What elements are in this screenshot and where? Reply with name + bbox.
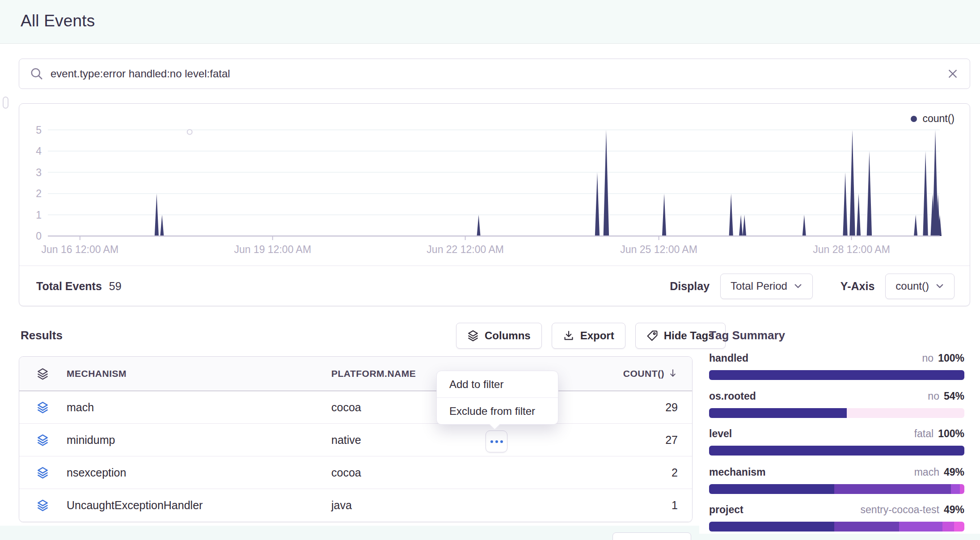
- tag-name: handled: [709, 352, 748, 364]
- tag-percent: 100%: [938, 352, 964, 364]
- tag-icon: [646, 330, 658, 342]
- yaxis-select-value: count(): [896, 280, 929, 292]
- menu-item-exclude-from-filter[interactable]: Exclude from filter: [437, 398, 558, 424]
- chart-legend[interactable]: count(): [911, 113, 955, 125]
- tag-name: os.rooted: [709, 390, 756, 402]
- tag-top-value: no: [922, 352, 934, 364]
- cell-count[interactable]: 1: [567, 499, 692, 512]
- table-row[interactable]: mach cocoa 29: [19, 391, 692, 424]
- tag-name: project: [709, 504, 743, 516]
- row-stack-icon: [19, 499, 66, 511]
- search-icon: [30, 67, 43, 80]
- tag-bar-level[interactable]: [709, 446, 964, 456]
- tag-top-value: mach: [914, 466, 939, 478]
- tag-top-value: sentry-cocoa-test: [861, 504, 939, 515]
- row-stack-icon: [19, 467, 66, 479]
- tag-percent: 49%: [944, 466, 964, 478]
- page-header: All Events: [0, 0, 980, 44]
- cell-mechanism[interactable]: minidump: [66, 434, 331, 447]
- table-row[interactable]: nsexception cocoa 2: [19, 456, 692, 489]
- cell-context-menu: Add to filter Exclude from filter: [436, 371, 558, 425]
- chevron-down-icon: [935, 282, 944, 291]
- results-table: MECHANISM PLATFORM.NAME COUNT() mach coc…: [19, 356, 693, 522]
- tag-bar-project[interactable]: [709, 522, 964, 532]
- export-button-label: Export: [580, 329, 614, 342]
- tag-bar-segment: [899, 522, 942, 532]
- menu-item-add-to-filter[interactable]: Add to filter: [437, 371, 558, 397]
- row-stack-icon: [19, 434, 66, 446]
- tag-entry-handled: handled no100%: [709, 352, 964, 380]
- cell-count[interactable]: 29: [567, 401, 692, 414]
- legend-dot-icon: [911, 116, 917, 122]
- tag-bar-segment: [942, 522, 954, 532]
- tag-bar-segment: [834, 522, 900, 532]
- cell-mechanism[interactable]: mach: [66, 401, 331, 414]
- table-row[interactable]: UncaughtExceptionHandler java 1: [19, 489, 692, 522]
- tag-name: level: [709, 428, 732, 440]
- total-events-value: 59: [109, 280, 122, 293]
- hide-tags-button-label: Hide Tags: [664, 329, 714, 342]
- svg-text:Jun 19 12:00 AM: Jun 19 12:00 AM: [234, 244, 311, 255]
- dot-icon: [490, 440, 493, 443]
- layers-icon: [467, 330, 479, 342]
- search-input[interactable]: event.type:error handled:no level:fatal: [51, 68, 946, 80]
- svg-text:5: 5: [36, 124, 42, 136]
- row-stack-icon: [19, 401, 66, 413]
- tag-entry-mechanism: mechanism mach49%: [709, 466, 964, 494]
- tag-bar-segment: [709, 408, 847, 418]
- clear-search-icon[interactable]: [946, 68, 959, 80]
- columns-button[interactable]: Columns: [456, 323, 542, 349]
- tag-name: mechanism: [709, 466, 766, 478]
- tag-bar-mechanism[interactable]: [709, 484, 964, 494]
- legend-label: count(): [922, 113, 955, 125]
- column-header-mechanism[interactable]: MECHANISM: [66, 368, 331, 379]
- tag-entry-os-rooted: os.rooted no54%: [709, 390, 964, 418]
- tag-bar-os-rooted[interactable]: [709, 408, 964, 418]
- tag-bar-segment: [709, 484, 834, 494]
- cell-count[interactable]: 27: [567, 434, 692, 447]
- sort-desc-icon: [668, 368, 678, 378]
- search-bar[interactable]: event.type:error handled:no level:fatal: [19, 59, 970, 89]
- cell-count[interactable]: 2: [567, 466, 692, 479]
- page-background: [0, 526, 699, 540]
- yaxis-select[interactable]: count(): [885, 274, 955, 299]
- cell-platform[interactable]: java: [331, 499, 567, 512]
- tag-bar-segment: [834, 484, 951, 494]
- export-button[interactable]: Export: [552, 323, 625, 349]
- tag-percent: 100%: [938, 428, 964, 439]
- tag-bar-segment: [709, 446, 964, 456]
- chart-footer: Total Events 59 Display Total Period Y-A…: [19, 266, 970, 306]
- chevron-down-icon: [794, 282, 803, 291]
- cell-mechanism[interactable]: UncaughtExceptionHandler: [66, 499, 331, 512]
- tag-percent: 49%: [944, 504, 964, 515]
- cell-mechanism[interactable]: nsexception: [66, 466, 331, 479]
- tag-bar-segment: [954, 522, 964, 532]
- cell-platform[interactable]: cocoa: [331, 466, 567, 479]
- tag-percent: 54%: [944, 390, 964, 402]
- svg-text:Jun 28 12:00 AM: Jun 28 12:00 AM: [813, 244, 890, 255]
- tag-top-value: no: [928, 390, 939, 402]
- svg-text:3: 3: [36, 167, 42, 178]
- column-header-count[interactable]: COUNT(): [567, 368, 692, 379]
- stack-icon: [37, 368, 49, 380]
- svg-text:0: 0: [36, 230, 42, 242]
- column-header-icon[interactable]: [19, 368, 66, 380]
- tag-bar-segment: [709, 522, 834, 532]
- tag-bar-segment: [951, 484, 960, 494]
- page-background: [699, 534, 980, 540]
- display-select[interactable]: Total Period: [720, 274, 813, 299]
- display-select-value: Total Period: [731, 280, 787, 292]
- display-label: Display: [670, 280, 710, 293]
- svg-text:4: 4: [36, 145, 42, 157]
- total-events-label: Total Events: [36, 280, 102, 293]
- count-header-label: COUNT(): [623, 368, 664, 379]
- svg-text:2: 2: [36, 188, 42, 199]
- pagination-button-cutoff[interactable]: [612, 532, 691, 540]
- page-title: All Events: [21, 12, 95, 30]
- tag-bar-handled[interactable]: [709, 370, 964, 380]
- table-row[interactable]: minidump native 27: [19, 424, 692, 456]
- panel-drag-handle[interactable]: [3, 97, 8, 109]
- cell-platform[interactable]: native: [331, 434, 567, 447]
- svg-text:Jun 16 12:00 AM: Jun 16 12:00 AM: [42, 244, 119, 255]
- cell-actions-button[interactable]: [486, 430, 507, 452]
